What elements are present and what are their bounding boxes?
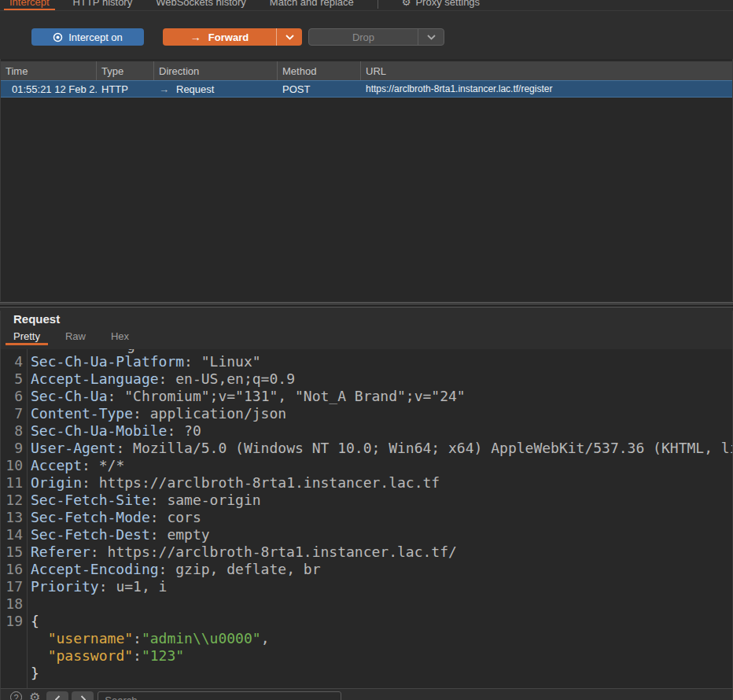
column-header-type[interactable]: Type <box>97 61 154 80</box>
tab-match-and-replace[interactable]: Match and replace <box>270 0 354 10</box>
tab-label: HTTP history <box>73 0 133 8</box>
brace: { <box>31 613 39 629</box>
cell-type: HTTP <box>97 83 154 95</box>
cell-method: POST <box>278 83 361 95</box>
punctuation: : <box>167 422 184 439</box>
editor-line: 13Sec-Fetch-Mode: cors <box>1 509 732 526</box>
drop-button[interactable]: Drop <box>308 28 444 46</box>
punctuation: : <box>133 630 142 647</box>
editor-line: 9User-Agent: Mozilla/5.0 (Windows NT 10.… <box>1 440 732 457</box>
tab-pretty[interactable]: Pretty <box>6 329 48 343</box>
tab-divider <box>378 0 378 9</box>
http-header-name: Content-Type <box>31 405 133 422</box>
editor-line: 18 <box>1 595 732 613</box>
search-next-button[interactable] <box>72 691 94 700</box>
help-icon[interactable]: ? <box>10 691 22 700</box>
editor-settings-gear-icon[interactable]: ⚙ <box>29 691 40 700</box>
http-header-value: empty <box>167 526 209 543</box>
tab-proxy-settings[interactable]: ⚙Proxy settings <box>402 0 480 10</box>
line-content: "username":"admin\\u0000", <box>27 630 732 647</box>
chevron-down-icon <box>285 35 294 40</box>
line-number: 4 <box>1 353 27 370</box>
http-header-value: gzip, deflate, br <box>175 561 320 577</box>
http-header-value: https://arclbroth-8rta1.instancer.lac.tf… <box>108 543 457 560</box>
direction-label: Request <box>176 83 214 95</box>
editor-line: 6Sec-Ch-Ua: "Chromium";v="131", "Not_A B… <box>1 388 732 405</box>
gear-icon: ⚙ <box>402 0 411 7</box>
line-number: 19 <box>1 613 27 630</box>
http-header-value: en-US,en;q=0.9 <box>175 370 295 387</box>
search-input[interactable] <box>98 691 341 700</box>
request-editor[interactable]: g 4Sec-Ch-Ua-Platform: "Linux"5Accept-La… <box>1 349 732 688</box>
line-content: "password":"123" <box>27 647 732 665</box>
request-panel: Request PrettyRawHex g 4Sec-Ch-Ua-Platfo… <box>0 311 733 688</box>
http-header-name: Sec-Fetch-Site <box>31 492 150 508</box>
table-row[interactable]: 01:55:21 12 Feb 2...HTTP→RequestPOSThttp… <box>1 80 732 98</box>
http-header-value: https://arclbroth-8rta1.instancer.lac.tf <box>99 474 440 491</box>
line-content: { <box>27 613 732 630</box>
request-view-tabs: PrettyRawHex <box>6 329 137 343</box>
column-header-time[interactable]: Time <box>1 61 97 80</box>
indent <box>31 630 48 647</box>
http-header-name: User-Agent <box>31 440 116 456</box>
http-header-value: "Linux" <box>201 353 261 370</box>
punctuation: : <box>99 578 116 595</box>
tab-raw[interactable]: Raw <box>57 329 94 343</box>
http-header-value: same-origin <box>167 492 260 508</box>
line-number: 8 <box>1 422 27 440</box>
request-arrow-icon: → <box>159 83 169 95</box>
editor-line: 19{ <box>1 613 732 630</box>
line-content: Sec-Ch-Ua-Mobile: ?0 <box>27 422 732 440</box>
editor-line: "password":"123" <box>1 647 732 665</box>
forward-button[interactable]: → Forward <box>163 28 302 46</box>
forward-arrow-icon: → <box>190 31 201 43</box>
punctuation: , <box>261 630 270 647</box>
line-content: Sec-Fetch-Mode: cors <box>27 509 732 526</box>
drop-button-main[interactable]: Drop <box>309 29 418 45</box>
drop-dropdown-button[interactable] <box>418 29 444 45</box>
table-header-row: TimeTypeDirectionMethodURL <box>1 61 732 80</box>
drop-label: Drop <box>352 31 374 43</box>
line-number: 18 <box>1 595 27 613</box>
editor-line: 15Referer: https://arclbroth-8rta1.insta… <box>1 543 732 561</box>
forward-button-main[interactable]: → Forward <box>163 28 276 46</box>
editor-line: 4Sec-Ch-Ua-Platform: "Linux" <box>1 353 732 370</box>
column-header-method[interactable]: Method <box>278 61 361 80</box>
line-content <box>27 595 732 613</box>
line-content: User-Agent: Mozilla/5.0 (Windows NT 10.0… <box>27 440 732 457</box>
line-number: 12 <box>1 492 27 509</box>
http-header-value: application/json <box>150 405 286 422</box>
line-number: 9 <box>1 440 27 457</box>
editor-lines: 4Sec-Ch-Ua-Platform: "Linux"5Accept-Lang… <box>1 353 732 682</box>
editor-line: 8Sec-Ch-Ua-Mobile: ?0 <box>1 422 732 440</box>
tab-intercept[interactable]: Intercept <box>9 0 50 10</box>
tab-hex[interactable]: Hex <box>103 329 137 343</box>
punctuation: : <box>184 353 201 370</box>
line-number: 7 <box>1 405 27 422</box>
punctuation: : <box>133 647 142 664</box>
line-number: 15 <box>1 543 27 561</box>
search-previous-button[interactable] <box>46 691 68 700</box>
json-string-value: "123" <box>142 647 184 664</box>
punctuation: : <box>159 561 176 577</box>
json-string-value: "admin\\u0000" <box>142 630 261 647</box>
editor-line: 12Sec-Fetch-Site: same-origin <box>1 492 732 509</box>
forward-dropdown-button[interactable] <box>276 28 302 46</box>
intercept-eye-icon <box>53 32 63 42</box>
column-header-direction[interactable]: Direction <box>154 61 278 80</box>
editor-line: 7Content-Type: application/json <box>1 405 732 422</box>
punctuation: : <box>159 370 176 387</box>
tab-label: Proxy settings <box>415 0 480 8</box>
http-header-name: Sec-Ch-Ua <box>31 388 108 404</box>
tab-websockets-history[interactable]: WebSockets history <box>156 0 246 10</box>
tab-http-history[interactable]: HTTP history <box>73 0 133 10</box>
tab-label: WebSockets history <box>156 0 246 8</box>
proxy-tab-bar: InterceptHTTP historyWebSockets historyM… <box>0 0 733 11</box>
pane-splitter[interactable] <box>0 301 733 311</box>
punctuation: : <box>116 440 133 456</box>
column-header-url[interactable]: URL <box>361 61 732 80</box>
intercept-toggle-button[interactable]: Intercept on <box>31 28 144 46</box>
http-header-name: Accept-Encoding <box>31 561 159 577</box>
editor-line: 16Accept-Encoding: gzip, deflate, br <box>1 561 732 578</box>
line-number: 14 <box>1 526 27 543</box>
